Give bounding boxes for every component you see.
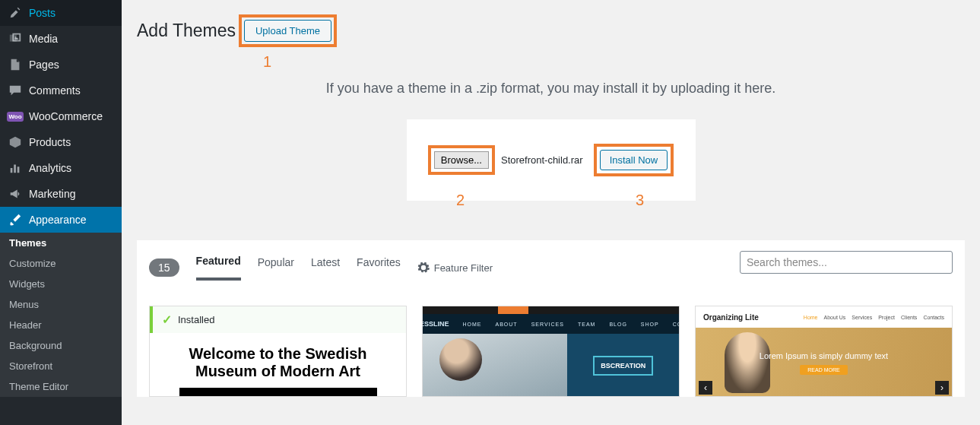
- theme-card[interactable]: ✓ Installed Welcome to the Swedish Museu…: [149, 306, 407, 397]
- products-icon: [8, 135, 23, 150]
- sidebar-submenu-appearance: Themes Customize Widgets Menus Header Ba…: [0, 233, 122, 397]
- submenu-item-menus[interactable]: Menus: [0, 294, 122, 315]
- sidebar-item-products[interactable]: Products: [0, 129, 122, 155]
- sidebar-item-marketing[interactable]: Marketing: [0, 181, 122, 207]
- theme-preview-header: Organizing Lite Home About Us Services P…: [696, 306, 952, 328]
- theme-preview-person: [439, 338, 482, 381]
- sidebar-item-pages[interactable]: Pages: [0, 52, 122, 78]
- feature-filter-button[interactable]: Feature Filter: [417, 262, 493, 274]
- sidebar-label: Analytics: [29, 162, 71, 174]
- upload-instruction-text: If you have a theme in a .zip format, yo…: [137, 81, 965, 97]
- upload-theme-panel: Browse... Storefront-child.rar Install N…: [407, 119, 696, 201]
- theme-card[interactable]: Organizing Lite Home About Us Services P…: [695, 306, 953, 397]
- theme-preview-hero: Lorem Ipsum is simply dummy text READ MO…: [696, 328, 952, 397]
- gear-icon: [417, 262, 430, 274]
- sidebar-label: Posts: [29, 7, 56, 19]
- sidebar-label: WooCommerce: [29, 110, 103, 122]
- admin-sidebar: Posts Media Pages Comments Woo WooCommer…: [0, 0, 122, 425]
- sidebar-label: Pages: [29, 59, 59, 71]
- submenu-item-storefront[interactable]: Storefront: [0, 356, 122, 376]
- submenu-item-widgets[interactable]: Widgets: [0, 274, 122, 294]
- pin-icon: [8, 5, 23, 21]
- theme-headline: Welcome to the Swedish: [189, 345, 366, 362]
- page-icon: [8, 57, 23, 72]
- annotation-number-3: 3: [636, 192, 644, 209]
- upload-theme-button[interactable]: Upload Theme: [244, 20, 331, 42]
- sidebar-item-comments[interactable]: Comments: [0, 78, 122, 103]
- sidebar-label: Comments: [29, 84, 81, 97]
- theme-preview-caption: Lorem Ipsum is simply dummy text: [760, 351, 888, 360]
- check-icon: ✓: [162, 312, 172, 327]
- browse-file-button[interactable]: Browse...: [434, 151, 489, 169]
- theme-preview-body: BSCREATION: [423, 334, 679, 397]
- feature-filter-label: Feature Filter: [434, 262, 493, 274]
- theme-filter-bar: 15 Featured Popular Latest Favorites Fea…: [149, 252, 953, 283]
- annotation-box-2: Browse...: [428, 145, 495, 175]
- sidebar-item-posts[interactable]: Posts: [0, 0, 122, 26]
- submenu-item-themes[interactable]: Themes: [0, 233, 122, 253]
- search-themes-input[interactable]: [740, 251, 953, 274]
- sidebar-label: Media: [29, 33, 58, 45]
- sidebar-item-appearance[interactable]: Appearance: [0, 207, 122, 233]
- sidebar-item-analytics[interactable]: Analytics: [0, 155, 122, 181]
- theme-grid: ✓ Installed Welcome to the Swedish Museu…: [149, 306, 953, 397]
- annotation-number-2: 2: [456, 192, 465, 209]
- sidebar-label: Appearance: [29, 214, 87, 226]
- selected-filename: Storefront-child.rar: [501, 154, 583, 166]
- page-title: Add Themes: [137, 21, 236, 41]
- media-icon: [8, 31, 23, 46]
- main-content: Add Themes Upload Theme 1 If you have a …: [122, 0, 980, 425]
- theme-preview-badge: BSCREATION: [593, 356, 653, 376]
- woocommerce-icon: Woo: [8, 109, 23, 124]
- megaphone-icon: [8, 186, 23, 201]
- sidebar-item-woocommerce[interactable]: Woo WooCommerce: [0, 103, 122, 129]
- submenu-item-header[interactable]: Header: [0, 315, 122, 335]
- theme-card[interactable]: BUSINESSLINE HOME ABOUT SERVICES TEAM BL…: [422, 306, 680, 397]
- theme-preview-topstrip: [423, 306, 679, 314]
- sidebar-label: Marketing: [29, 188, 75, 200]
- analytics-icon: [8, 160, 23, 176]
- annotation-number-1: 1: [263, 53, 271, 71]
- submenu-item-theme-editor[interactable]: Theme Editor: [0, 376, 122, 397]
- page-heading-row: Add Themes Upload Theme: [137, 14, 965, 47]
- theme-installed-label: Installed: [178, 314, 214, 325]
- sidebar-item-media[interactable]: Media: [0, 26, 122, 52]
- comment-icon: [8, 83, 23, 98]
- filter-favorites[interactable]: Favorites: [357, 256, 401, 279]
- submenu-item-background[interactable]: Background: [0, 335, 122, 356]
- chevron-left-icon: ‹: [699, 381, 712, 395]
- theme-installed-badge: ✓ Installed: [150, 306, 406, 333]
- theme-browser: 15 Featured Popular Latest Favorites Fea…: [137, 240, 965, 397]
- theme-preview-nav: BUSINESSLINE HOME ABOUT SERVICES TEAM BL…: [423, 314, 679, 334]
- filter-featured[interactable]: Featured: [196, 255, 241, 281]
- filter-latest[interactable]: Latest: [311, 256, 340, 279]
- theme-preview-image-block: [179, 388, 377, 397]
- theme-preview-cta: READ MORE: [800, 365, 847, 375]
- filter-popular[interactable]: Popular: [258, 256, 294, 279]
- theme-count-badge: 15: [149, 258, 179, 277]
- submenu-item-customize[interactable]: Customize: [0, 253, 122, 274]
- chevron-right-icon: ›: [935, 381, 949, 395]
- theme-preview: Welcome to the Swedish Museum of Modern …: [150, 333, 406, 397]
- annotation-box-1: Upload Theme: [239, 14, 337, 47]
- theme-headline: Museum of Modern Art: [195, 363, 360, 379]
- annotation-box-3: Install Now: [594, 144, 674, 176]
- theme-preview-nav: Home About Us Services Project Clients C…: [804, 315, 944, 320]
- theme-preview-logo: BUSINESSLINE: [422, 320, 449, 328]
- theme-preview-title: Organizing Lite: [703, 313, 759, 322]
- install-now-button[interactable]: Install Now: [600, 150, 668, 170]
- brush-icon: [8, 212, 23, 227]
- sidebar-label: Products: [29, 136, 71, 148]
